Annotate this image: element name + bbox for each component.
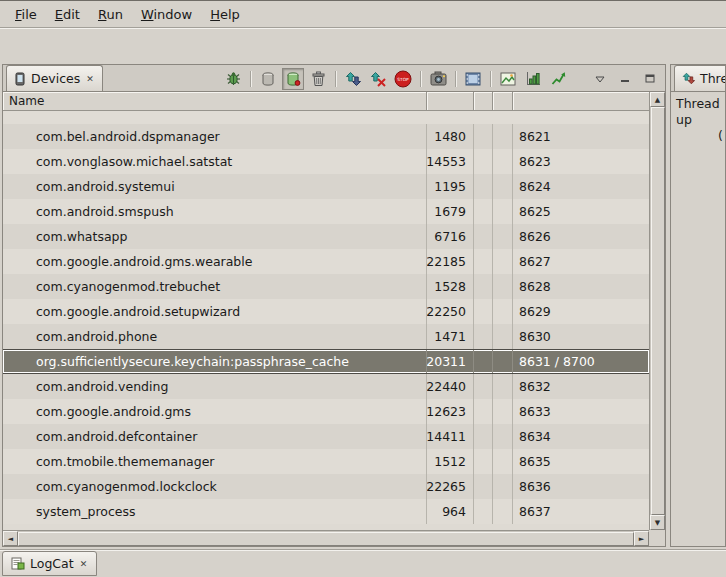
menu-file[interactable]: File <box>6 4 46 25</box>
table-row[interactable]: com.google.android.gms126238633 <box>3 399 649 424</box>
menu-bar: File Edit Run Window Help <box>0 2 726 28</box>
maximize-icon[interactable] <box>639 68 661 90</box>
tab-threads[interactable]: Threads ✕ <box>674 65 726 91</box>
update-threads-icon[interactable] <box>342 68 364 90</box>
menu-help[interactable]: Help <box>201 4 249 25</box>
process-pid: 22250 <box>427 299 474 324</box>
device-icon <box>14 72 26 86</box>
table-row[interactable]: com.cyanogenmod.lockclock222658636 <box>3 474 649 499</box>
process-name: com.whatsapp <box>3 224 427 249</box>
update-heap-icon[interactable] <box>282 68 304 90</box>
image-viewer-icon[interactable] <box>497 68 519 90</box>
bottom-bar: LogCat ✕ <box>0 549 726 577</box>
screen-record-icon[interactable] <box>462 68 484 90</box>
tab-logcat[interactable]: LogCat ✕ <box>2 551 97 576</box>
process-port: 8630 <box>513 324 649 349</box>
table-row[interactable]: com.android.vending224408632 <box>3 374 649 399</box>
column-header-name[interactable]: Name <box>3 92 427 111</box>
menu-window[interactable]: Window <box>132 4 201 25</box>
horizontal-scrollbar[interactable]: ◄ ► <box>3 530 649 546</box>
column-header-pid[interactable] <box>427 92 474 111</box>
process-name: com.bel.android.dspmanager <box>3 124 427 149</box>
debug-process-icon[interactable] <box>222 68 244 90</box>
process-pid: 14553 <box>427 149 474 174</box>
table-row[interactable]: com.google.android.gms.wearable221858627 <box>3 249 649 274</box>
menu-run[interactable]: Run <box>89 4 132 25</box>
scroll-left-icon[interactable]: ◄ <box>3 531 18 546</box>
device-table-body: com.bel.android.dspmanager14808621com.vo… <box>3 111 649 530</box>
table-row[interactable]: com.google.android.setupwizard222508629 <box>3 299 649 324</box>
toolbar-separator <box>250 71 251 87</box>
process-name: system_process <box>3 499 427 524</box>
heap-chart-icon[interactable] <box>522 68 544 90</box>
table-row[interactable]: com.whatsapp67168626 <box>3 224 649 249</box>
process-name: com.android.systemui <box>3 174 427 199</box>
vertical-scrollbar[interactable]: ▲ ▼ <box>649 92 665 530</box>
scrollbar-corner <box>649 530 665 546</box>
process-port: 8637 <box>513 499 649 524</box>
start-method-profiling-icon[interactable] <box>367 68 389 90</box>
process-pid: 14411 <box>427 424 474 449</box>
cause-gc-icon[interactable] <box>307 68 329 90</box>
process-name: com.cyanogenmod.trebuchet <box>3 274 427 299</box>
tab-logcat-label: LogCat <box>30 556 74 571</box>
table-row[interactable]: com.android.defcontainer144118634 <box>3 424 649 449</box>
toolbar-separator <box>455 71 456 87</box>
process-port: 8624 <box>513 174 649 199</box>
column-header-blank2[interactable] <box>493 92 513 111</box>
scroll-up-icon[interactable]: ▲ <box>650 92 665 107</box>
process-pid: 22265 <box>427 474 474 499</box>
column-header-blank1[interactable] <box>474 92 493 111</box>
tab-logcat-close-icon[interactable]: ✕ <box>79 559 89 569</box>
table-row[interactable]: system_process9648637 <box>3 499 649 524</box>
horizontal-scroll-thumb[interactable] <box>18 532 634 546</box>
process-name: com.android.vending <box>3 374 427 399</box>
screen-capture-icon[interactable] <box>427 68 449 90</box>
devices-toolbar: STOP <box>222 65 661 92</box>
process-name: com.cyanogenmod.lockclock <box>3 474 427 499</box>
table-row[interactable]: com.android.systemui11958624 <box>3 174 649 199</box>
process-pid: 22185 <box>427 249 474 274</box>
table-row[interactable]: com.android.phone14718630 <box>3 324 649 349</box>
tab-devices[interactable]: Devices ✕ <box>6 65 103 91</box>
method-profiling-trace-icon[interactable] <box>547 68 569 90</box>
main-toolbar-strip <box>0 29 726 62</box>
table-row[interactable]: com.cyanogenmod.trebuchet15288628 <box>3 274 649 299</box>
process-port: 8631 / 8700 <box>513 350 649 373</box>
process-port: 8621 <box>513 124 649 149</box>
table-row[interactable]: com.bel.android.dspmanager14808621 <box>3 124 649 149</box>
devices-panel: Devices ✕ <box>2 64 666 547</box>
process-port: 8623 <box>513 149 649 174</box>
process-port: 8636 <box>513 474 649 499</box>
column-header-port[interactable] <box>513 92 649 111</box>
show-heap-updates-icon[interactable] <box>257 68 279 90</box>
minimize-icon[interactable] <box>614 68 636 90</box>
scroll-down-icon[interactable]: ▼ <box>650 515 665 530</box>
menu-edit[interactable]: Edit <box>46 4 89 25</box>
process-name: com.android.phone <box>3 324 427 349</box>
table-row[interactable]: com.tmobile.thememanager15128635 <box>3 449 649 474</box>
threads-message: Thread up ( <box>671 92 725 144</box>
process-pid: 1480 <box>427 124 474 149</box>
toolbar-separator <box>335 71 336 87</box>
process-pid: 1195 <box>427 174 474 199</box>
process-pid: 1528 <box>427 274 474 299</box>
table-row[interactable]: com.android.smspush16798625 <box>3 199 649 224</box>
process-port: 8635 <box>513 449 649 474</box>
devices-tabbar: Devices ✕ <box>3 65 665 92</box>
tab-devices-label: Devices <box>31 71 80 86</box>
threads-message-line2: ( <box>676 128 725 144</box>
process-pid: 1679 <box>427 199 474 224</box>
view-menu-chevron-icon[interactable] <box>589 68 611 90</box>
tab-devices-close-icon[interactable]: ✕ <box>85 74 95 84</box>
process-port: 8625 <box>513 199 649 224</box>
table-row[interactable]: com.vonglasow.michael.satstat145538623 <box>3 149 649 174</box>
scroll-right-icon[interactable]: ► <box>634 531 649 546</box>
process-pid: 22440 <box>427 374 474 399</box>
stop-process-icon[interactable]: STOP <box>392 68 414 90</box>
process-port: 8634 <box>513 424 649 449</box>
vertical-scroll-thumb[interactable] <box>651 107 665 515</box>
table-row[interactable]: org.sufficientlysecure.keychain:passphra… <box>3 349 649 374</box>
process-name: com.google.android.setupwizard <box>3 299 427 324</box>
stop-label: STOP <box>397 77 409 82</box>
